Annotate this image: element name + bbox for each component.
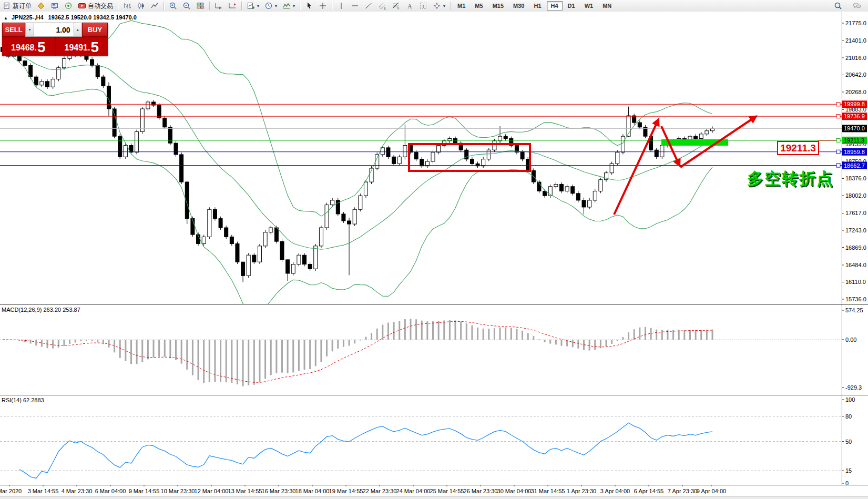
bear-candle: [241, 262, 245, 276]
metaeditor-diamond-icon[interactable]: [35, 0, 47, 12]
bull-candle: [660, 146, 664, 157]
bear-candle: [694, 136, 698, 138]
channel-glyph: E: [378, 2, 386, 10]
timeframe-m1-button[interactable]: M1: [453, 1, 469, 11]
chart-shift-icon[interactable]: [226, 0, 239, 12]
text-tool[interactable]: A: [403, 0, 416, 12]
timeframe-m30-button[interactable]: M30: [509, 1, 528, 11]
bull-candle: [40, 82, 44, 85]
bull-candle: [359, 196, 362, 209]
symbol-ohlc: 19362.5 19520.0 19342.5 19470.0: [48, 14, 137, 21]
new-order-button-label: 新订单: [13, 2, 32, 11]
axis-label: 16484.0: [845, 262, 866, 268]
bull-candle: [403, 146, 407, 157]
axis-label: 19 Mar 14:55: [329, 488, 363, 494]
svg-text:E: E: [384, 6, 386, 10]
chart-canvas[interactable]: 21775.021401.021016.020642.020268.019883…: [0, 12, 868, 499]
chevron-down-icon[interactable]: ▾: [443, 4, 445, 8]
auto-scroll-icon[interactable]: [212, 0, 225, 12]
crosshair-tool[interactable]: [316, 0, 329, 12]
trend-arrow-1[interactable]: [614, 120, 658, 215]
new-order-button[interactable]: 新订单: [1, 0, 34, 12]
bear-candle: [230, 237, 233, 243]
diamond-glyph: [37, 2, 45, 10]
bull-candle: [621, 136, 625, 152]
ask-price[interactable]: 19491.5: [56, 37, 108, 56]
candlestick-mode-icon[interactable]: [135, 0, 147, 12]
bull-candle: [291, 264, 295, 273]
tline-glyph: [364, 2, 373, 10]
bid-price[interactable]: 19468.5: [2, 37, 56, 56]
bull-candle: [616, 152, 619, 164]
terminal-icon[interactable]: [48, 0, 61, 12]
price-callout-label[interactable]: 19211.3: [777, 141, 819, 155]
axis-label: 21775.0: [845, 20, 866, 26]
bear-candle: [560, 184, 564, 191]
timeframe-d1-button[interactable]: D1: [564, 1, 579, 11]
search-icon[interactable]: [832, 0, 844, 12]
equidistant-channel-tool[interactable]: E: [376, 0, 389, 12]
autotrading-button[interactable]: 自动交易: [76, 0, 115, 12]
zoom-out-icon[interactable]: [180, 0, 193, 12]
timeframe-h4-button[interactable]: H4: [547, 1, 563, 11]
bear-candle: [470, 159, 474, 164]
bear-candle: [174, 143, 178, 155]
bull-candle: [593, 191, 597, 200]
line-anchor-marker: [836, 138, 840, 142]
toolbar-separator: [164, 2, 164, 10]
bull-candle: [487, 150, 491, 159]
bear-candle: [96, 65, 99, 77]
new-chart-dropdown[interactable]: ▾: [244, 0, 261, 12]
axis-label: 9 Mar 14:55: [129, 488, 160, 494]
bull-candle: [711, 128, 714, 130]
strategy-tester-icon[interactable]: [62, 0, 75, 12]
timeframe-m15-button[interactable]: M15: [488, 1, 508, 11]
label-tool[interactable]: T: [417, 0, 430, 12]
chat-icon[interactable]: [851, 0, 863, 12]
svg-text:T: T: [422, 4, 425, 9]
profiles-clock-dropdown[interactable]: ▾: [262, 0, 279, 12]
bear-candle: [308, 264, 312, 269]
collapse-arrow-icon[interactable]: ▲: [4, 16, 8, 21]
chevron-down-icon[interactable]: ▾: [293, 4, 295, 8]
bar-chart-mode-icon[interactable]: [121, 0, 134, 12]
chevron-down-icon[interactable]: ▾: [257, 4, 259, 8]
axis-label: 12 Mar 04:00: [195, 488, 229, 494]
indicator-glyph: [282, 2, 291, 10]
tile-windows-icon[interactable]: [194, 0, 207, 12]
chat-glyph: [853, 2, 861, 10]
trendline-tool[interactable]: [362, 0, 375, 12]
autotrade-glyph: [78, 2, 86, 10]
axis-label: 21016.0: [845, 55, 866, 61]
axis-label: RSI(14) 62.2883: [2, 397, 44, 403]
timeframe-mn-button[interactable]: MN: [598, 1, 616, 11]
annotation-text-label[interactable]: 多空转折点: [747, 168, 834, 190]
sell-button[interactable]: SELL: [2, 23, 25, 37]
axis-label: 18 Mar 04:00: [295, 488, 330, 494]
mt4-window: 新订单自动交易▾▾▾EFAT▾M1M5M15M30H1H4D1W1MN 2177…: [0, 0, 868, 499]
radar-glyph: [64, 2, 73, 10]
volume-input[interactable]: 1.00: [34, 23, 74, 37]
bull-candle: [297, 255, 301, 264]
timeframe-m5-button[interactable]: M5: [471, 1, 487, 11]
hline-glyph: [351, 2, 359, 10]
horizontal-line-tool[interactable]: [349, 0, 361, 12]
axis-label: 80: [845, 413, 852, 420]
volume-down-button[interactable]: ▼: [25, 23, 34, 37]
chevron-down-icon[interactable]: ▾: [275, 4, 277, 8]
timeframe-w1-button[interactable]: W1: [580, 1, 598, 11]
buy-button[interactable]: BUY: [82, 23, 108, 37]
vertical-line-tool[interactable]: [335, 0, 348, 12]
axis-label: 20642.0: [845, 72, 866, 78]
bull-candle: [51, 79, 55, 87]
arrows-tool-dropdown[interactable]: ▾: [431, 0, 447, 12]
volume-up-button[interactable]: ▲: [74, 23, 82, 37]
bull-candle: [269, 228, 273, 232]
cursor-tool[interactable]: [303, 0, 315, 12]
axis-label: 6 Apr 14:55: [634, 488, 663, 494]
timeframe-h1-button[interactable]: H1: [529, 1, 545, 11]
line-chart-mode-icon[interactable]: [148, 0, 161, 12]
zoom-in-icon[interactable]: [167, 0, 179, 12]
fibonacci-tool[interactable]: F: [390, 0, 402, 12]
indicators-dropdown[interactable]: ▾: [280, 0, 297, 12]
